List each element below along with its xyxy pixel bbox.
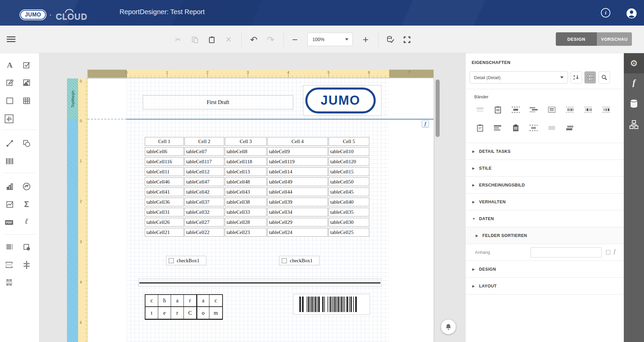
- anhang-checkbox[interactable]: [606, 250, 610, 254]
- chart-tool[interactable]: [5, 182, 14, 191]
- table-cell[interactable]: Cell 1: [145, 137, 184, 146]
- validate-button[interactable]: [386, 35, 395, 44]
- data-source-tab[interactable]: [624, 96, 644, 111]
- table-tool[interactable]: [22, 96, 31, 105]
- section-felder-sortieren[interactable]: ▶ FELDER SORTIEREN: [466, 227, 624, 244]
- table-cell[interactable]: tableCell12: [184, 167, 224, 176]
- band-icon-8[interactable]: [602, 106, 611, 114]
- band-icon-5[interactable]: [547, 106, 556, 114]
- table-cell[interactable]: tableCell33: [225, 208, 267, 216]
- line-element[interactable]: [138, 279, 381, 287]
- table-cell[interactable]: tableCell28: [225, 218, 267, 227]
- cut-button[interactable]: ✂: [174, 35, 182, 44]
- pdf-content-tool[interactable]: PDF: [5, 218, 13, 227]
- anhang-input[interactable]: [531, 247, 602, 258]
- band-icon-13[interactable]: [547, 124, 556, 132]
- table-cell[interactable]: tableCell27: [184, 218, 224, 227]
- table-cell[interactable]: tableCell15: [329, 167, 369, 176]
- fullscreen-button[interactable]: [403, 35, 411, 44]
- table-cell[interactable]: tableCell24: [267, 228, 328, 237]
- properties-tab[interactable]: ⚙: [624, 56, 644, 71]
- band-icon-2[interactable]: [493, 106, 503, 114]
- detail-band-strip[interactable]: [67, 119, 78, 342]
- table-cell[interactable]: tableCell7: [184, 147, 224, 156]
- table-cell[interactable]: tableCell39: [267, 198, 328, 206]
- band-icon-1[interactable]: [475, 106, 485, 114]
- table-cell[interactable]: tableCell44: [267, 187, 328, 196]
- table-cell[interactable]: tableCell32: [184, 208, 224, 216]
- rich-text-tool[interactable]: [5, 78, 14, 87]
- picture-tool[interactable]: [22, 78, 31, 87]
- table-cell[interactable]: tableCell118: [225, 157, 267, 166]
- table-cell[interactable]: tableCell31: [145, 208, 184, 216]
- table-cell[interactable]: tableCell22: [184, 228, 224, 237]
- category-view-button[interactable]: [584, 71, 596, 83]
- page-break-tool[interactable]: [5, 261, 13, 269]
- table-cell[interactable]: Cell 4: [267, 137, 328, 146]
- table-cell[interactable]: tableCell120: [329, 157, 369, 166]
- table-cell[interactable]: tableCell6: [145, 147, 184, 156]
- table-cell[interactable]: tableCell40: [329, 198, 369, 206]
- panel-tool[interactable]: [5, 96, 14, 105]
- account-button[interactable]: [626, 8, 636, 18]
- table-cell[interactable]: tableCell117: [184, 157, 224, 166]
- table-cell[interactable]: tableCell10: [329, 147, 369, 156]
- character-comb-tool[interactable]: ab: [5, 114, 13, 123]
- expressions-tab[interactable]: f: [624, 75, 644, 90]
- table-cell[interactable]: tableCell23: [225, 228, 267, 237]
- table-cell[interactable]: tableCell36: [145, 198, 184, 206]
- band-icon-10[interactable]: [493, 124, 503, 132]
- section-erscheinungsbild[interactable]: ▶ ERSCHEINUNGSBILD: [466, 176, 624, 193]
- band-separator-line[interactable]: [88, 119, 434, 119]
- table-cell[interactable]: tableCell13: [225, 167, 267, 176]
- section-stile[interactable]: ▶ STILE: [466, 160, 624, 176]
- table-cell[interactable]: tableCell119: [267, 157, 328, 166]
- table-cell[interactable]: Cell 2: [184, 137, 224, 146]
- table-cell[interactable]: tableCell37: [184, 198, 224, 206]
- table-cell[interactable]: Cell 3: [225, 137, 267, 146]
- table-cell[interactable]: tableCell21: [145, 228, 184, 237]
- report-structure-tab[interactable]: [624, 117, 644, 132]
- table-cell[interactable]: tableCell49: [267, 177, 328, 186]
- checkbox-tool[interactable]: [22, 61, 31, 69]
- table-cell[interactable]: tableCell14: [267, 167, 328, 176]
- table-cell[interactable]: Cell 5: [329, 137, 369, 146]
- band-icon-14[interactable]: [566, 124, 575, 132]
- table-cell[interactable]: tableCell35: [329, 208, 369, 216]
- band-icon-6[interactable]: [566, 106, 575, 114]
- table-cell[interactable]: tableCell30: [329, 218, 369, 227]
- band-icon-11[interactable]: [511, 124, 520, 132]
- section-design[interactable]: ▶ DESIGN: [466, 261, 624, 277]
- sort-properties-button[interactable]: AZ: [571, 71, 582, 83]
- section-verhalten[interactable]: ▶ VERHALTEN: [466, 193, 624, 210]
- anhang-expression-icon[interactable]: f: [614, 248, 615, 254]
- cross-band-line-tool[interactable]: [22, 261, 31, 269]
- band-icon-12[interactable]: [529, 124, 538, 132]
- band-expression-badge[interactable]: f: [422, 120, 429, 127]
- section-daten[interactable]: ▼ DATEN: [466, 210, 624, 227]
- design-tab[interactable]: DESIGN: [556, 32, 597, 46]
- band-icon-7[interactable]: [584, 106, 593, 114]
- info-button[interactable]: i: [601, 8, 611, 18]
- redo-button[interactable]: ↷: [266, 35, 275, 44]
- sparkline-tool[interactable]: [5, 200, 14, 209]
- menu-button[interactable]: [7, 35, 15, 42]
- page-info-tool[interactable]: i: [22, 243, 31, 251]
- label-tool[interactable]: A: [5, 61, 14, 69]
- summary-tool[interactable]: Σ: [22, 200, 31, 209]
- notifications-button[interactable]: [441, 319, 456, 334]
- logo-picture-element[interactable]: JUMO: [303, 85, 381, 116]
- shape-tool[interactable]: [22, 139, 31, 148]
- band-icon-4[interactable]: [529, 106, 538, 114]
- zoom-in-button[interactable]: +: [361, 35, 370, 44]
- table-cell[interactable]: tableCell45: [329, 187, 369, 196]
- table-cell[interactable]: tableCell42: [184, 187, 224, 196]
- table-cell[interactable]: tableCell41: [145, 187, 184, 196]
- undo-button[interactable]: ↶: [249, 35, 258, 44]
- checkbox-element-1[interactable]: checkBox1: [166, 256, 206, 265]
- gauge-tool[interactable]: [22, 182, 31, 191]
- table-cell[interactable]: tableCell47: [184, 177, 224, 186]
- first-draft-label-element[interactable]: First Draft: [143, 95, 293, 109]
- band-icon-9[interactable]: [475, 124, 485, 132]
- paste-button[interactable]: [207, 35, 216, 44]
